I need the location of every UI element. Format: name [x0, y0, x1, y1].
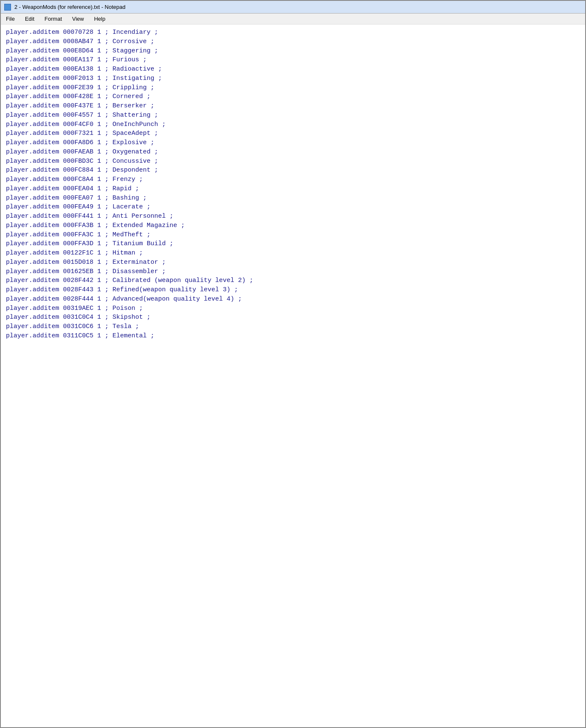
menu-item-format[interactable]: Format	[43, 15, 63, 23]
code-line: player.additem 00070728 1 ; Incendiary ;	[6, 28, 580, 37]
code-line: player.additem 000E8D64 1 ; Staggering ;	[6, 47, 580, 56]
code-line: player.additem 000FFA3B 1 ; Extended Mag…	[6, 221, 580, 230]
code-line: player.additem 000F7321 1 ; SpaceAdept ;	[6, 129, 580, 138]
code-line: player.additem 001625EB 1 ; Disassembler…	[6, 267, 580, 276]
code-line: player.additem 00319AEC 1 ; Poison ;	[6, 304, 580, 313]
content-area[interactable]: player.additem 00070728 1 ; Incendiary ;…	[1, 25, 585, 727]
code-line: player.additem 000FEA04 1 ; Rapid ;	[6, 184, 580, 194]
code-line: player.additem 0028F442 1 ; Calibrated (…	[6, 276, 580, 285]
code-line: player.additem 000FBD3C 1 ; Concussive ;	[6, 157, 580, 166]
code-line: player.additem 000F437E 1 ; Berserker ;	[6, 101, 580, 111]
code-line: player.additem 000F2013 1 ; Instigating …	[6, 74, 580, 83]
code-line: player.additem 0031C0C6 1 ; Tesla ;	[6, 322, 580, 331]
menu-bar: FileEditFormatViewHelp	[1, 14, 585, 25]
code-line: player.additem 000FC884 1 ; Despondent ;	[6, 166, 580, 175]
code-line: player.additem 000FF441 1 ; Anti Personn…	[6, 212, 580, 221]
code-line: player.additem 0028F444 1 ; Advanced(wea…	[6, 295, 580, 304]
code-line: player.additem 000FEA07 1 ; Bashing ;	[6, 194, 580, 203]
code-line: player.additem 0311C0C5 1 ; Elemental ;	[6, 331, 580, 341]
code-line: player.additem 000F4CF0 1 ; OneInchPunch…	[6, 120, 580, 129]
code-line: player.additem 000FFA3D 1 ; Titanium Bui…	[6, 239, 580, 249]
notepad-window: 2 - WeaponMods (for reference).txt - Not…	[0, 0, 586, 728]
code-line: player.additem 0015D018 1 ; Exterminator…	[6, 258, 580, 267]
code-line: player.additem 0028F443 1 ; Refined(weap…	[6, 285, 580, 295]
code-line: player.additem 0031C0C4 1 ; Skipshot ;	[6, 313, 580, 322]
notepad-icon	[4, 4, 11, 11]
code-line: player.additem 000FA8D6 1 ; Explosive ;	[6, 138, 580, 148]
window-title: 2 - WeaponMods (for reference).txt - Not…	[14, 4, 126, 10]
code-line: player.additem 000EA138 1 ; Radioactive …	[6, 65, 580, 74]
code-line: player.additem 000FEA49 1 ; Lacerate ;	[6, 203, 580, 212]
menu-item-edit[interactable]: Edit	[23, 15, 36, 23]
code-line: player.additem 000FFA3C 1 ; MedTheft ;	[6, 230, 580, 240]
code-line: player.additem 00122F1C 1 ; Hitman ;	[6, 249, 580, 258]
code-line: player.additem 000F2E39 1 ; Crippling ;	[6, 83, 580, 93]
menu-item-view[interactable]: View	[71, 15, 86, 23]
code-line: player.additem 000EA117 1 ; Furious ;	[6, 55, 580, 65]
title-bar: 2 - WeaponMods (for reference).txt - Not…	[1, 1, 585, 14]
code-line: player.additem 000F428E 1 ; Cornered ;	[6, 92, 580, 101]
code-line: player.additem 0008AB47 1 ; Corrosive ;	[6, 37, 580, 47]
code-line: player.additem 000FC8A4 1 ; Frenzy ;	[6, 175, 580, 184]
code-line: player.additem 000F4557 1 ; Shattering ;	[6, 111, 580, 120]
menu-item-help[interactable]: Help	[92, 15, 107, 23]
menu-item-file[interactable]: File	[4, 15, 16, 23]
code-line: player.additem 000FAEAB 1 ; Oxygenated ;	[6, 148, 580, 157]
